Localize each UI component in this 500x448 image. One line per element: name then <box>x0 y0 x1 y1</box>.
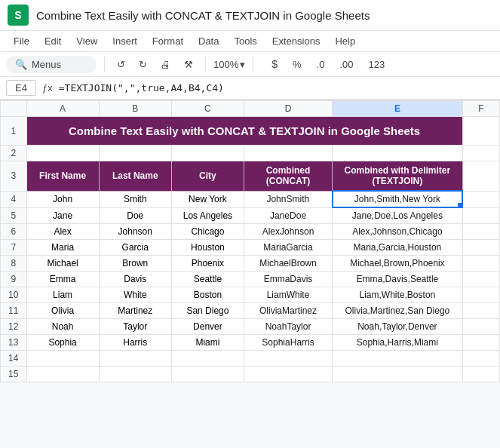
menu-view[interactable]: View <box>70 32 103 50</box>
cell-d9[interactable]: EmmaDavis <box>244 272 332 287</box>
cell-d13[interactable]: SophiaHarris <box>244 335 332 351</box>
cell-b11[interactable]: Martinez <box>99 303 171 319</box>
cell-d10[interactable]: LiamWhite <box>244 287 332 303</box>
cell-e11[interactable]: Olivia,Martinez,San Diego <box>333 303 463 319</box>
cell-c11[interactable]: San Diego <box>171 303 244 319</box>
cell-d14[interactable] <box>244 351 332 367</box>
header-firstname[interactable]: First Name <box>26 161 99 192</box>
formula-input[interactable]: =TEXTJOIN(",",true,A4,B4,C4) <box>59 82 494 94</box>
cell-c15[interactable] <box>171 367 244 382</box>
cell-f2[interactable] <box>462 146 499 161</box>
cell-c6[interactable]: Chicago <box>171 224 244 240</box>
cell-f1[interactable] <box>462 117 499 146</box>
cell-d4[interactable]: JohnSmith <box>244 191 332 207</box>
cell-a8[interactable]: Michael <box>26 256 99 272</box>
col-header-e[interactable]: E <box>333 101 463 117</box>
cell-e15[interactable] <box>333 367 463 382</box>
cell-f4[interactable] <box>462 191 499 207</box>
header-textjoin[interactable]: Combined with Delimiter (TEXTJOIN) <box>333 161 463 192</box>
toolbar-search[interactable]: 🔍 Menus <box>6 56 97 73</box>
menu-tools[interactable]: Tools <box>228 32 262 50</box>
header-lastname[interactable]: Last Name <box>99 161 171 192</box>
menu-file[interactable]: File <box>8 32 35 50</box>
cell-d7[interactable]: MariaGarcia <box>244 240 332 256</box>
paint-format-button[interactable]: ⚒ <box>179 56 198 73</box>
menu-edit[interactable]: Edit <box>38 32 67 50</box>
cell-b7[interactable]: Garcia <box>99 240 171 256</box>
cell-b14[interactable] <box>99 351 171 367</box>
cell-c14[interactable] <box>171 351 244 367</box>
col-header-f[interactable]: F <box>462 101 499 117</box>
cell-e6[interactable]: Alex,Johnson,Chicago <box>333 224 463 240</box>
col-header-b[interactable]: B <box>99 101 171 117</box>
cell-a7[interactable]: Maria <box>26 240 99 256</box>
cell-f11[interactable] <box>462 303 499 319</box>
cell-b2[interactable] <box>99 146 171 161</box>
decimal-increase-button[interactable]: .00 <box>335 56 357 73</box>
cell-c4[interactable]: New York <box>171 191 244 207</box>
cell-b6[interactable]: Johnson <box>99 224 171 240</box>
cell-a4[interactable]: John <box>26 191 99 207</box>
cell-c9[interactable]: Seattle <box>171 272 244 287</box>
cell-e10[interactable]: Liam,White,Boston <box>333 287 463 303</box>
col-header-d[interactable]: D <box>244 101 332 117</box>
cell-b5[interactable]: Doe <box>99 207 171 224</box>
header-concat[interactable]: Combined (CONCAT) <box>244 161 332 192</box>
cell-d8[interactable]: MichaelBrown <box>244 256 332 272</box>
menu-data[interactable]: Data <box>192 32 225 50</box>
menu-format[interactable]: Format <box>146 32 189 50</box>
cell-c13[interactable]: Miami <box>171 335 244 351</box>
cell-a11[interactable]: Olivia <box>26 303 99 319</box>
cell-b12[interactable]: Taylor <box>99 319 171 335</box>
cell-b13[interactable]: Harris <box>99 335 171 351</box>
print-button[interactable]: 🖨 <box>156 56 175 73</box>
cell-f9[interactable] <box>462 272 499 287</box>
menu-insert[interactable]: Insert <box>106 32 143 50</box>
cell-d5[interactable]: JaneDoe <box>244 207 332 224</box>
cell-c2[interactable] <box>171 146 244 161</box>
cell-f15[interactable] <box>462 367 499 382</box>
cell-d11[interactable]: OliviaMartinez <box>244 303 332 319</box>
cell-b9[interactable]: Davis <box>99 272 171 287</box>
title-merged-cell[interactable]: Combine Text Easily with CONCAT & TEXTJO… <box>26 117 462 146</box>
cell-b8[interactable]: Brown <box>99 256 171 272</box>
cell-f12[interactable] <box>462 319 499 335</box>
cell-f14[interactable] <box>462 351 499 367</box>
decimal-decrease-button[interactable]: .0 <box>312 56 330 73</box>
cell-f5[interactable] <box>462 207 499 224</box>
cell-e12[interactable]: Noah,Taylor,Denver <box>333 319 463 335</box>
cell-b10[interactable]: White <box>99 287 171 303</box>
cell-f6[interactable] <box>462 224 499 240</box>
cell-e5[interactable]: Jane,Doe,Los Angeles <box>333 207 463 224</box>
cell-a9[interactable]: Emma <box>26 272 99 287</box>
cell-f8[interactable] <box>462 256 499 272</box>
cell-b15[interactable] <box>99 367 171 382</box>
cell-d15[interactable] <box>244 367 332 382</box>
cell-d2[interactable] <box>244 146 332 161</box>
cell-e7[interactable]: Maria,Garcia,Houston <box>333 240 463 256</box>
cell-e4[interactable]: John,Smith,New York <box>333 191 463 207</box>
cell-b4[interactable]: Smith <box>99 191 171 207</box>
cell-c10[interactable]: Boston <box>171 287 244 303</box>
cell-a12[interactable]: Noah <box>26 319 99 335</box>
cell-e2[interactable] <box>333 146 463 161</box>
cell-e9[interactable]: Emma,Davis,Seattle <box>333 272 463 287</box>
cell-c5[interactable]: Los Angeles <box>171 207 244 224</box>
percent-button[interactable]: % <box>288 56 306 73</box>
cell-e13[interactable]: Sophia,Harris,Miami <box>333 335 463 351</box>
cell-a6[interactable]: Alex <box>26 224 99 240</box>
cell-e8[interactable]: Michael,Brown,Phoenix <box>333 256 463 272</box>
cell-a13[interactable]: Sophia <box>26 335 99 351</box>
cell-d12[interactable]: NoahTaylor <box>244 319 332 335</box>
cell-f13[interactable] <box>462 335 499 351</box>
header-city[interactable]: City <box>171 161 244 192</box>
col-header-a[interactable]: A <box>26 101 99 117</box>
col-header-c[interactable]: C <box>171 101 244 117</box>
cell-f10[interactable] <box>462 287 499 303</box>
cell-a14[interactable] <box>26 351 99 367</box>
menu-extensions[interactable]: Extensions <box>266 32 327 50</box>
cell-f3[interactable] <box>462 161 499 192</box>
cell-c7[interactable]: Houston <box>171 240 244 256</box>
cell-c12[interactable]: Denver <box>171 319 244 335</box>
menu-help[interactable]: Help <box>329 32 361 50</box>
